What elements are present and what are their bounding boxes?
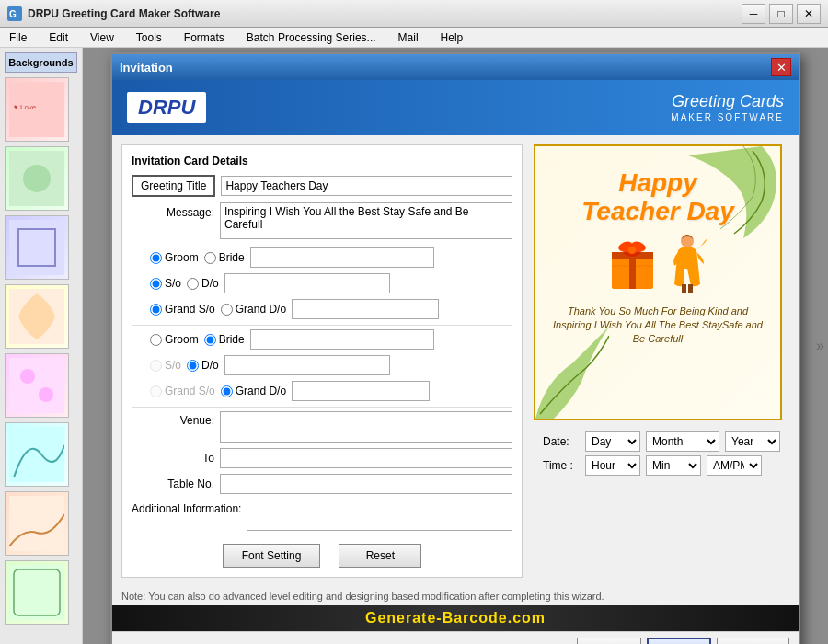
groom-bride-row2: Groom Bride — [132, 329, 512, 350]
card-preview-inner: Happy Teacher Day — [535, 146, 780, 419]
svg-point-5 — [23, 165, 51, 192]
so-do-input-2[interactable] — [224, 355, 390, 375]
sidebar-thumb-4[interactable] — [5, 284, 69, 349]
greeting-title-button[interactable]: Greeting Title — [132, 175, 215, 197]
content-area: Invitation ✕ DRPU Greeting Cards MAKER S… — [83, 48, 828, 644]
svg-rect-12 — [9, 427, 64, 482]
menu-tools[interactable]: Tools — [131, 29, 167, 46]
date-row: Date: Day Month Year — [543, 431, 780, 452]
leaf-top-right-icon — [688, 146, 780, 257]
message-row: Message: Inspiring I Wish You All the Be… — [132, 202, 512, 242]
day-select[interactable]: Day — [585, 431, 640, 452]
sidebar-thumb-6[interactable] — [5, 422, 69, 487]
greeting-title-input[interactable] — [221, 176, 512, 196]
so-do-row: S/o D/o — [132, 273, 512, 293]
table-no-input[interactable] — [220, 474, 512, 494]
gc-logo-line1: Greeting Cards — [671, 92, 784, 112]
month-select[interactable]: Month — [646, 431, 719, 452]
menu-file[interactable]: File — [4, 29, 32, 46]
modal-header-band: DRPU Greeting Cards MAKER SOFTWARE — [112, 80, 799, 135]
so-radio-2[interactable]: S/o — [150, 359, 181, 372]
form-panel: Invitation Card Details Greeting Title M… — [121, 144, 523, 578]
so-do-input[interactable] — [224, 273, 390, 293]
grand-do-input-2[interactable] — [292, 381, 430, 401]
svg-rect-9 — [9, 358, 64, 413]
card-preview: Happy Teacher Day — [534, 144, 782, 420]
leaf-bottom-left-icon — [535, 327, 609, 419]
groom-bride-row1: Groom Bride — [132, 247, 512, 268]
bride-radio-2[interactable]: Bride — [204, 333, 245, 346]
back-button[interactable]: Back — [577, 638, 641, 644]
grand-so-radio-2[interactable]: Grand S/o — [150, 385, 215, 397]
modal-body: Invitation Card Details Greeting Title M… — [112, 135, 799, 587]
time-row: Time : Hour Min AM/PM — [543, 455, 780, 476]
table-no-row: Table No. — [132, 474, 512, 494]
groom-name-input-1[interactable] — [250, 247, 434, 268]
font-setting-button[interactable]: Font Setting — [223, 544, 321, 568]
grand-do-radio-2[interactable]: Grand D/o — [221, 385, 286, 397]
additional-row: Additional Information: — [132, 500, 512, 531]
grand-so-do-input[interactable] — [292, 299, 439, 319]
to-input[interactable] — [220, 448, 512, 468]
do-radio-2[interactable]: D/o — [187, 359, 219, 372]
do-radio[interactable]: D/o — [187, 277, 219, 290]
venue-textarea[interactable] — [220, 411, 512, 443]
sidebar-thumb-3[interactable] — [5, 215, 69, 280]
grand-so-do-row2: Grand S/o Grand D/o — [132, 381, 512, 401]
additional-textarea[interactable] — [247, 500, 512, 531]
table-no-label: Table No. — [132, 477, 214, 490]
so-radio[interactable]: S/o — [150, 277, 181, 290]
bride-radio-1[interactable]: Bride — [204, 251, 245, 264]
groom-name-input-2[interactable] — [250, 329, 434, 350]
maximize-button[interactable]: □ — [769, 4, 793, 24]
svg-rect-14 — [9, 565, 64, 620]
svg-point-11 — [39, 387, 53, 402]
svg-text:♥ Love: ♥ Love — [14, 103, 37, 111]
additional-label: Additional Information: — [132, 502, 241, 515]
to-row: To — [132, 448, 512, 468]
sidebar-thumb-5[interactable] — [5, 353, 69, 418]
bottom-buttons-row: Back OK Cancel — [112, 631, 799, 644]
message-textarea[interactable]: Inspiring I Wish You All the Best Stay S… — [220, 202, 512, 239]
greeting-title-row: Greeting Title — [132, 175, 512, 197]
sidebar-thumb-1[interactable]: ♥ Love — [5, 77, 69, 142]
svg-point-22 — [628, 247, 636, 254]
hour-select[interactable]: Hour — [585, 455, 640, 476]
form-buttons-row: Font Setting Reset — [132, 538, 512, 568]
reset-button[interactable]: Reset — [339, 544, 421, 568]
svg-point-10 — [20, 369, 35, 384]
groom-radio-1[interactable]: Groom — [150, 251, 199, 264]
close-button[interactable]: ✕ — [797, 4, 821, 24]
drpu-logo: DRPU — [127, 92, 206, 123]
modal-title: Invitation — [120, 61, 771, 75]
form-section-title: Invitation Card Details — [132, 155, 512, 167]
modal-close-button[interactable]: ✕ — [771, 58, 791, 76]
svg-rect-18 — [629, 252, 636, 289]
ampm-select[interactable]: AM/PM — [707, 455, 762, 476]
to-label: To — [132, 452, 214, 465]
min-select[interactable]: Min — [646, 455, 701, 476]
menu-mail[interactable]: Mail — [393, 29, 424, 46]
sidebar-thumb-8[interactable] — [5, 560, 69, 625]
datetime-panel: Date: Day Month Year — [534, 428, 789, 483]
menu-formats[interactable]: Formats — [178, 29, 230, 46]
grand-so-radio[interactable]: Grand S/o — [150, 303, 215, 316]
svg-text:G: G — [9, 9, 17, 19]
menu-help[interactable]: Help — [435, 29, 469, 46]
message-label: Message: — [132, 206, 214, 219]
groom-radio-2[interactable]: Groom — [150, 333, 199, 346]
so-do-row2: S/o D/o — [132, 355, 512, 375]
minimize-button[interactable]: ─ — [742, 4, 765, 24]
sidebar-thumb-7[interactable] — [5, 491, 69, 556]
menu-edit[interactable]: Edit — [43, 29, 74, 46]
menu-view[interactable]: View — [85, 29, 120, 46]
sidebar-thumb-2[interactable] — [5, 146, 69, 211]
title-bar: G DRPU Greeting Card Maker Software ─ □ … — [0, 0, 828, 28]
grand-do-radio[interactable]: Grand D/o — [221, 303, 286, 316]
cancel-button[interactable]: Cancel — [717, 638, 789, 644]
year-select[interactable]: Year — [725, 431, 780, 452]
ok-button[interactable]: OK — [647, 638, 711, 644]
sidebar-label: Backgrounds — [5, 52, 77, 73]
time-label: Time : — [543, 459, 580, 472]
menu-batch[interactable]: Batch Processing Series... — [241, 29, 382, 46]
